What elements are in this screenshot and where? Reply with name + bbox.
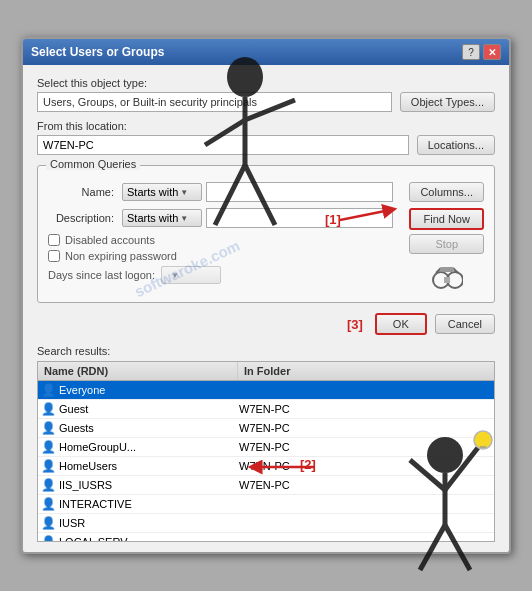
description-label: Description: [48, 212, 118, 224]
row-name: HomeUsers [59, 460, 239, 472]
row-name: IUSR [59, 517, 239, 529]
ok-cancel-row: [3] OK Cancel [37, 313, 495, 335]
row-folder: W7EN-PC [239, 403, 492, 415]
row-icon: 👤 [40, 401, 56, 417]
cancel-button[interactable]: Cancel [435, 314, 495, 334]
results-header: Name (RDN) In Folder [38, 362, 494, 381]
days-logon-row: Days since last logon: ▼ [48, 266, 393, 284]
columns-button[interactable]: Columns... [409, 182, 484, 202]
days-logon-dropdown[interactable]: ▼ [161, 266, 221, 284]
locations-button[interactable]: Locations... [417, 135, 495, 155]
column-name-header: Name (RDN) [38, 362, 238, 380]
title-bar-buttons: ? ✕ [462, 44, 501, 60]
row-folder: W7EN-PC [239, 441, 492, 453]
row-icon: 👤 [40, 382, 56, 398]
row-icon: 👤 [40, 420, 56, 436]
help-button[interactable]: ? [462, 44, 480, 60]
name-label: Name: [48, 186, 118, 198]
row-icon: 👤 [40, 477, 56, 493]
results-table: Name (RDN) In Folder 👤 Everyone 👤 Guest … [37, 361, 495, 542]
object-type-value: Users, Groups, or Built-in security prin… [37, 92, 392, 112]
row-icon: 👤 [40, 439, 56, 455]
table-row[interactable]: 👤 IUSR [38, 514, 494, 533]
row-icon: 👤 [40, 458, 56, 474]
row-name: LOCAL SERV... [59, 536, 239, 541]
object-type-row: Users, Groups, or Built-in security prin… [37, 92, 495, 112]
svg-rect-5 [440, 267, 454, 272]
dialog-title: Select Users or Groups [31, 45, 164, 59]
name-filter-dropdown[interactable]: Starts with ▼ [122, 183, 202, 201]
svg-rect-2 [444, 277, 450, 283]
row-name: INTERACTIVE [59, 498, 239, 510]
description-row: Description: Starts with ▼ [48, 208, 393, 228]
table-row[interactable]: 👤 Guests W7EN-PC [38, 419, 494, 438]
row-name: Guest [59, 403, 239, 415]
stop-button[interactable]: Stop [409, 234, 484, 254]
search-results-label: Search results: [37, 345, 495, 357]
table-row[interactable]: 👤 HomeUsers W7EN-PC [38, 457, 494, 476]
object-types-button[interactable]: Object Types... [400, 92, 495, 112]
disabled-accounts-row: Disabled accounts [48, 234, 393, 246]
title-bar: Select Users or Groups ? ✕ [23, 39, 509, 65]
table-row[interactable]: 👤 Guest W7EN-PC [38, 400, 494, 419]
name-row: Name: Starts with ▼ [48, 182, 393, 202]
row-name: Everyone [59, 384, 239, 396]
search-binoculars-icon [431, 264, 463, 292]
row-icon: 👤 [40, 496, 56, 512]
description-filter-dropdown[interactable]: Starts with ▼ [122, 209, 202, 227]
table-row[interactable]: 👤 IIS_IUSRS W7EN-PC [38, 476, 494, 495]
chevron-down-icon: ▼ [180, 188, 188, 197]
row-icon: 👤 [40, 515, 56, 531]
row-name: Guests [59, 422, 239, 434]
name-input[interactable] [206, 182, 393, 202]
close-button[interactable]: ✕ [483, 44, 501, 60]
results-body: 👤 Everyone 👤 Guest W7EN-PC 👤 Guests W7EN… [38, 381, 494, 541]
row-folder: W7EN-PC [239, 460, 492, 472]
days-logon-label: Days since last logon: [48, 269, 155, 281]
disabled-accounts-label: Disabled accounts [65, 234, 155, 246]
queries-left: Name: Starts with ▼ Description: Starts … [48, 182, 393, 292]
row-folder: W7EN-PC [239, 479, 492, 491]
location-value: W7EN-PC [37, 135, 409, 155]
non-expiring-checkbox[interactable] [48, 250, 60, 262]
column-folder-header: In Folder [238, 362, 494, 380]
table-row[interactable]: 👤 HomeGroupU... W7EN-PC [38, 438, 494, 457]
description-input[interactable] [206, 208, 393, 228]
table-row[interactable]: 👤 INTERACTIVE [38, 495, 494, 514]
row-name: HomeGroupU... [59, 441, 239, 453]
table-row[interactable]: 👤 LOCAL SERV... [38, 533, 494, 541]
disabled-accounts-checkbox[interactable] [48, 234, 60, 246]
find-now-button[interactable]: Find Now [409, 208, 484, 230]
object-type-label: Select this object type: [37, 77, 495, 89]
row-name: IIS_IUSRS [59, 479, 239, 491]
chevron-down-icon-2: ▼ [180, 214, 188, 223]
dialog-content: Select this object type: Users, Groups, … [23, 65, 509, 552]
ok-button[interactable]: OK [375, 313, 427, 335]
common-queries-tab[interactable]: Common Queries [46, 158, 140, 170]
annotation-3: [3] [347, 317, 363, 332]
non-expiring-label: Non expiring password [65, 250, 177, 262]
row-folder: W7EN-PC [239, 422, 492, 434]
location-row: W7EN-PC Locations... [37, 135, 495, 155]
table-row[interactable]: 👤 Everyone [38, 381, 494, 400]
location-label: From this location: [37, 120, 495, 132]
row-icon: 👤 [40, 534, 56, 541]
queries-right-buttons: Columns... Find Now Stop [409, 182, 484, 292]
chevron-down-icon-3: ▼ [171, 271, 179, 280]
select-users-groups-dialog: Select Users or Groups ? ✕ Select this o… [21, 37, 511, 554]
non-expiring-row: Non expiring password [48, 250, 393, 262]
common-queries-group: Common Queries Name: Starts with ▼ De [37, 165, 495, 303]
